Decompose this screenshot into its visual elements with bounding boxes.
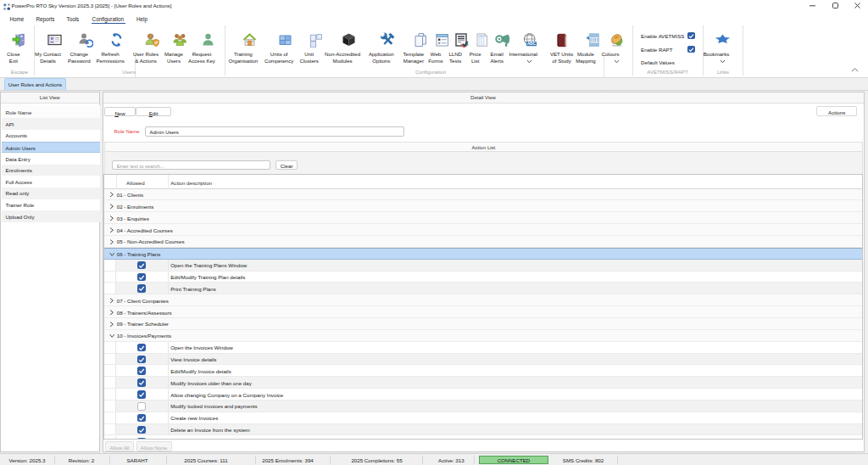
svg-text:ABC: ABC	[527, 42, 537, 46]
